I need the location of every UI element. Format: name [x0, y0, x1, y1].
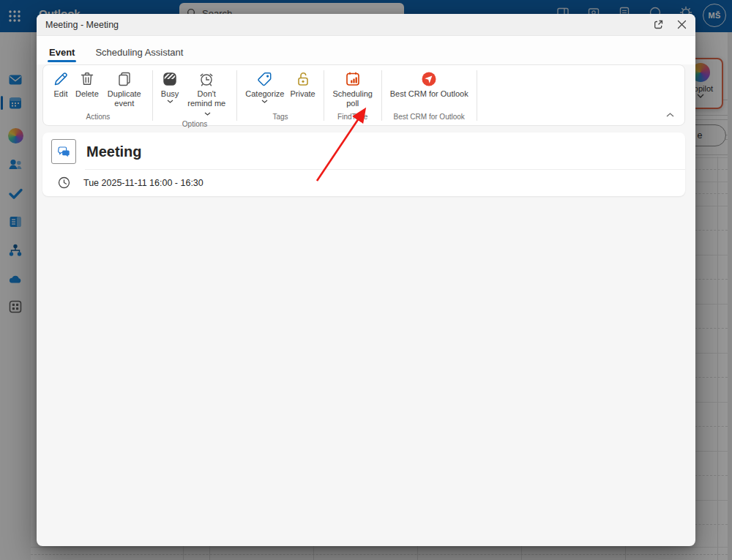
duplicate-event-button[interactable]: Duplicate event	[102, 69, 147, 109]
button-label: Don't remind me	[187, 89, 225, 108]
outlook-app: Outlook Search MŠ	[0, 0, 732, 560]
dialog-title: Meeting - Meeting	[45, 20, 119, 30]
trash-icon	[78, 70, 96, 88]
event-details-card: Meeting Tue 2025-11-11 16:00 - 16:30	[42, 132, 685, 196]
close-button[interactable]	[677, 20, 687, 29]
button-label: Private	[290, 89, 315, 99]
chevron-down-icon	[167, 100, 173, 103]
ribbon-group-label: Actions	[49, 111, 147, 124]
button-label: Scheduling poll	[332, 89, 373, 108]
edit-button[interactable]: Edit	[49, 69, 72, 100]
ribbon-group-label: Options	[158, 119, 231, 131]
ribbon-separator	[236, 70, 237, 121]
popout-icon	[653, 19, 664, 30]
categorize-button[interactable]: Categorize	[242, 69, 287, 104]
chevron-up-icon	[666, 113, 674, 117]
dialog-titlebar: Meeting - Meeting	[37, 14, 695, 36]
popout-button[interactable]	[653, 19, 664, 30]
dialog-tabstrip: Event Scheduling Assistant	[37, 36, 695, 64]
chat-bubbles-icon	[56, 144, 72, 160]
scheduling-poll-icon	[344, 70, 362, 88]
ribbon-group-label: Best CRM for Outlook	[387, 111, 471, 124]
ribbon-separator	[324, 70, 324, 121]
collapse-ribbon-button[interactable]	[666, 107, 674, 120]
copy-icon	[116, 70, 133, 88]
ribbon-separator	[477, 70, 477, 121]
ribbon-group-label: Tags	[242, 111, 318, 124]
ribbon-group-actions: Edit Delete Duplicate event Actions	[49, 69, 147, 124]
tab-event[interactable]: Event	[48, 41, 76, 64]
ribbon-separator	[381, 70, 382, 121]
button-label: Delete	[75, 89, 99, 99]
alarm-clock-icon	[198, 70, 215, 88]
scheduling-poll-button[interactable]: Scheduling poll	[329, 69, 376, 109]
chevron-down-icon	[204, 112, 211, 116]
busy-status-icon	[161, 70, 179, 88]
button-label: Best CRM for Outlook	[390, 89, 468, 99]
best-crm-icon	[420, 70, 438, 88]
close-icon	[677, 20, 687, 29]
clock-icon	[58, 176, 70, 189]
chevron-down-icon	[261, 100, 268, 103]
private-button[interactable]: Private	[287, 69, 318, 100]
meeting-dialog: Meeting - Meeting Event Scheduling Assis…	[37, 14, 695, 546]
button-label: Categorize	[245, 89, 284, 99]
ribbon-group-findtime: Scheduling poll FindTime	[329, 69, 376, 124]
tab-scheduling-assistant[interactable]: Scheduling Assistant	[94, 41, 184, 64]
delete-button[interactable]: Delete	[72, 69, 102, 100]
ribbon: Edit Delete Duplicate event Actions	[42, 64, 685, 126]
tag-icon	[256, 70, 274, 88]
button-label: Busy	[161, 89, 179, 99]
ribbon-separator	[152, 70, 153, 121]
event-datetime: Tue 2025-11-11 16:00 - 16:30	[83, 178, 203, 188]
event-type-iconbox	[51, 139, 76, 164]
open-lock-icon	[294, 70, 312, 88]
pencil-icon	[52, 70, 70, 88]
busy-status-button[interactable]: Busy	[158, 69, 182, 104]
ribbon-group-tags: Categorize Private Tags	[242, 69, 318, 124]
event-title: Meeting	[86, 143, 142, 160]
ribbon-group-label: FindTime	[329, 111, 376, 124]
ribbon-group-best-crm: Best CRM for Outlook Best CRM for Outloo…	[387, 69, 471, 124]
button-label: Duplicate event	[105, 89, 144, 108]
dont-remind-me-button[interactable]: Don't remind me	[182, 69, 231, 119]
best-crm-for-outlook-button[interactable]: Best CRM for Outlook	[387, 69, 471, 100]
ribbon-group-options: Busy Don't remind me Options	[158, 69, 231, 124]
button-label: Edit	[54, 89, 68, 99]
